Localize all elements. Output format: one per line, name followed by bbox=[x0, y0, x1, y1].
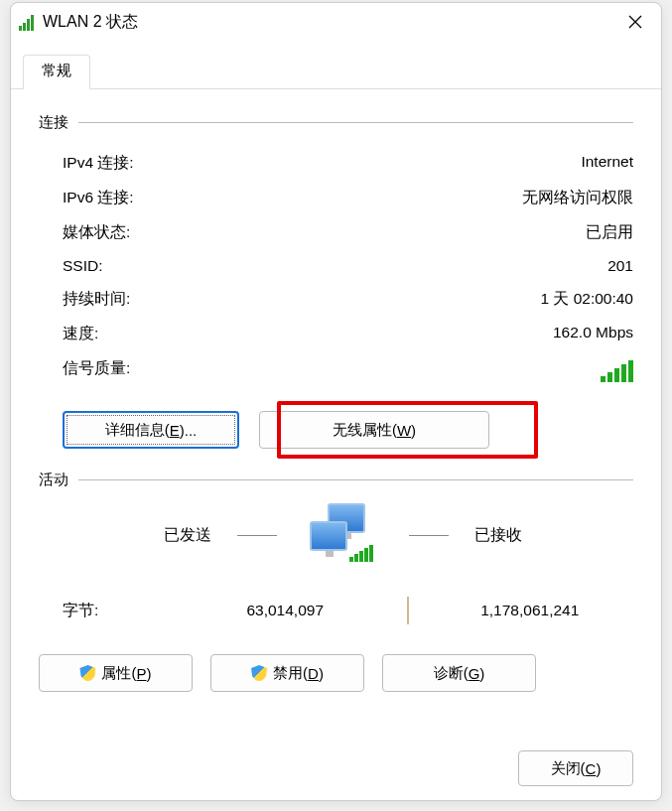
network-activity-icon bbox=[304, 503, 383, 567]
disable-button[interactable]: 禁用(D) bbox=[210, 654, 364, 692]
tabs: 常规 bbox=[11, 55, 661, 89]
duration-label: 持续时间: bbox=[63, 289, 130, 310]
bytes-row: 字节: 63,014,097 1,178,061,241 bbox=[63, 597, 623, 624]
wifi-signal-icon bbox=[19, 13, 37, 31]
window-title: WLAN 2 状态 bbox=[43, 12, 613, 33]
details-button[interactable]: 详细信息(E)... bbox=[63, 411, 239, 449]
ipv4-label: IPv4 连接: bbox=[63, 153, 134, 174]
ssid-value: 201 bbox=[607, 257, 633, 275]
signal-bars-icon bbox=[601, 358, 633, 382]
bottom-bar: 关闭(C) bbox=[518, 750, 633, 786]
ipv6-value: 无网络访问权限 bbox=[522, 188, 633, 208]
tab-general[interactable]: 常规 bbox=[23, 55, 90, 89]
bytes-received-value: 1,178,061,241 bbox=[437, 602, 624, 619]
bytes-label: 字节: bbox=[63, 601, 192, 621]
ssid-row: SSID: 201 bbox=[39, 250, 633, 282]
activity-buttons: 属性(P) 禁用(D) 诊断(G) bbox=[39, 654, 633, 692]
signal-row: 信号质量: bbox=[39, 351, 633, 393]
ipv4-value: Internet bbox=[581, 153, 633, 174]
wlan-status-dialog: WLAN 2 状态 常规 连接 IPv4 连接: Internet IPv6 连… bbox=[10, 2, 662, 801]
duration-value: 1 天 02:00:40 bbox=[540, 289, 633, 310]
ssid-label: SSID: bbox=[63, 257, 102, 275]
connection-header-label: 连接 bbox=[39, 113, 68, 132]
activity-row: 已发送 已接收 bbox=[63, 503, 623, 567]
media-label: 媒体状态: bbox=[63, 222, 130, 243]
connection-section-header: 连接 bbox=[39, 113, 633, 132]
duration-row: 持续时间: 1 天 02:00:40 bbox=[39, 282, 633, 317]
wireless-properties-button[interactable]: 无线属性(W) bbox=[259, 411, 489, 449]
speed-value: 162.0 Mbps bbox=[553, 324, 633, 344]
activity-section-header: 活动 bbox=[39, 471, 633, 489]
ipv6-label: IPv6 连接: bbox=[63, 188, 134, 208]
sent-label: 已发送 bbox=[63, 525, 211, 546]
speed-label: 速度: bbox=[63, 324, 98, 344]
separator bbox=[407, 597, 409, 624]
media-value: 已启用 bbox=[586, 222, 633, 243]
activity-box: 已发送 已接收 字节: 63,014,097 1,178,061,241 属性(… bbox=[39, 503, 633, 692]
ipv6-row: IPv6 连接: 无网络访问权限 bbox=[39, 181, 633, 215]
titlebar: WLAN 2 状态 bbox=[11, 3, 661, 41]
panel: 连接 IPv4 连接: Internet IPv6 连接: 无网络访问权限 媒体… bbox=[11, 89, 661, 704]
ipv4-row: IPv4 连接: Internet bbox=[39, 146, 633, 181]
connection-buttons: 详细信息(E)... 无线属性(W) bbox=[63, 411, 633, 449]
signal-value bbox=[601, 358, 633, 386]
signal-label: 信号质量: bbox=[63, 358, 130, 386]
close-icon[interactable] bbox=[613, 7, 657, 37]
diagnose-button[interactable]: 诊断(G) bbox=[382, 654, 536, 692]
bytes-sent-value: 63,014,097 bbox=[192, 602, 379, 619]
close-button[interactable]: 关闭(C) bbox=[518, 750, 633, 786]
media-row: 媒体状态: 已启用 bbox=[39, 215, 633, 250]
received-label: 已接收 bbox=[474, 525, 623, 546]
activity-header-label: 活动 bbox=[39, 471, 68, 489]
speed-row: 速度: 162.0 Mbps bbox=[39, 317, 633, 351]
properties-button[interactable]: 属性(P) bbox=[39, 654, 193, 692]
